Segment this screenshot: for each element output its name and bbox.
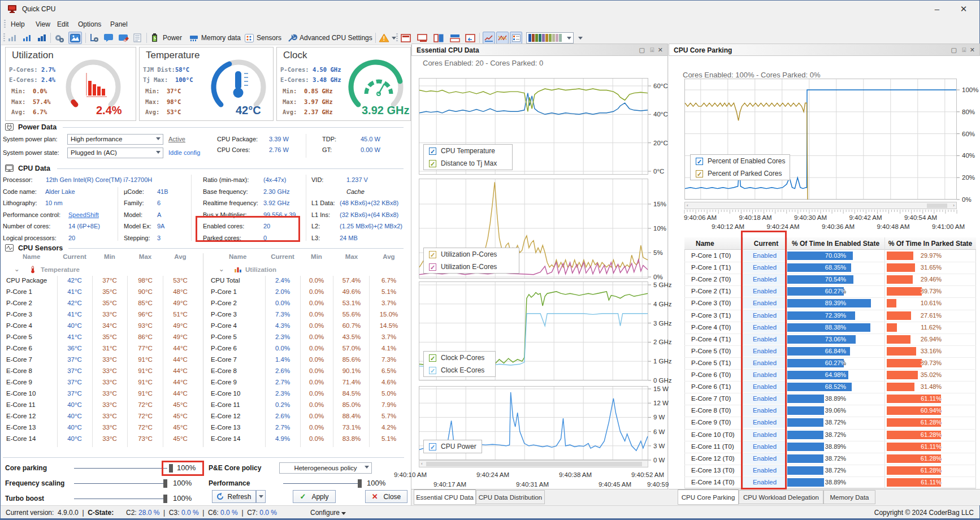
svg-text:5 GHz: 5 GHz (653, 281, 672, 288)
parking-row-name: E-Core 9 (T0) (691, 419, 731, 426)
performance-thumb[interactable] (358, 479, 362, 488)
legend-item[interactable]: ✓CPU Temperature (424, 145, 512, 157)
apply-button[interactable]: ✓Apply (293, 490, 336, 503)
legend-item[interactable]: ✓Utilization P-Cores (424, 248, 519, 261)
close-action-button[interactable]: ✕Close (365, 490, 407, 503)
legend-checkbox[interactable]: ✓ (429, 263, 436, 271)
minimize-button[interactable]: – (926, 3, 948, 15)
legend-item[interactable]: ✓Distance to Tj Max (424, 157, 512, 170)
legend-checkbox[interactable]: ✓ (429, 148, 436, 155)
legend-item[interactable]: ✓CPU Power (424, 440, 482, 453)
cstate-value: 28.0 % (138, 509, 159, 517)
memory-data-button[interactable]: Memory data (189, 32, 241, 44)
legend-item[interactable]: ✓Clock P-Cores (424, 352, 495, 364)
panel-layout-3-icon[interactable] (433, 32, 444, 44)
idle-config-link[interactable]: Iddle config (168, 149, 200, 156)
warning-icon[interactable]: ! (379, 32, 396, 44)
slider-track[interactable] (74, 483, 167, 484)
legend-checkbox[interactable]: ✓ (429, 354, 436, 362)
cpu-data-label: VID: (311, 176, 323, 183)
cpu-data-value: 9A (157, 223, 164, 229)
power-button[interactable]: Power (151, 32, 182, 44)
slider-track[interactable] (74, 468, 167, 469)
window-title: Quick CPU (22, 5, 55, 13)
legend-checkbox[interactable]: ✓ (429, 160, 436, 167)
image-view-icon[interactable] (68, 32, 82, 44)
performance-track[interactable] (283, 483, 361, 484)
legend-item[interactable]: ✓Percent of Parked Cores (691, 167, 790, 180)
sensors-col2-max: Max (335, 253, 368, 260)
refresh-button[interactable]: Refresh (212, 490, 256, 503)
sensors-group-chevron[interactable]: ⌄ (14, 265, 20, 273)
parking-enabled-bar: 64.98%64.98% (787, 371, 884, 379)
menu-edit[interactable]: Edit (54, 19, 72, 29)
settings-gears-icon[interactable] (54, 32, 65, 44)
pe-core-policy-select[interactable]: Heterogeneous policy (279, 462, 372, 474)
tab-essential-cpu-data[interactable]: Essential CPU Data (414, 489, 476, 505)
mid-time-label: 9:40:52 AM (622, 471, 673, 478)
maximize-icon[interactable]: ▢ (951, 46, 957, 54)
sensor-value: 49°C (163, 322, 197, 329)
axis-settings-icon[interactable] (89, 32, 99, 44)
line-chart-toggle-icon[interactable] (483, 32, 495, 44)
tab-cpu-core-parking[interactable]: CPU Core Parking (678, 489, 739, 505)
slider-thumb[interactable] (163, 479, 167, 488)
parking-time-label2: 9:40:36 AM (813, 223, 864, 230)
pin-icon[interactable]: ⍗ (962, 46, 966, 54)
cpu-data-label: Performance control: (3, 211, 60, 218)
svg-text:0%: 0% (962, 196, 972, 203)
legend-checkbox[interactable]: ✓ (696, 170, 703, 177)
pin-icon[interactable]: ⍗ (650, 46, 654, 54)
menu-view[interactable]: View (32, 19, 54, 29)
maximize-icon[interactable]: ▢ (639, 46, 645, 54)
panel-layout-1-icon[interactable] (401, 32, 411, 44)
panel-layout-2-icon[interactable] (417, 32, 427, 44)
slider-track[interactable] (74, 499, 167, 499)
palette-dropdown[interactable] (526, 32, 574, 44)
eraser-icon[interactable] (118, 32, 129, 44)
sensor-value: 42°C (58, 300, 92, 306)
parking-enabled-bar: 38.72%38.72% (787, 418, 884, 427)
legend-item[interactable]: ✓Percent of Enabled Cores (691, 155, 790, 167)
sensor-value: 15.0% (372, 311, 406, 318)
legend-checkbox[interactable]: ✓ (696, 158, 703, 165)
close-button[interactable]: ✕ (952, 3, 975, 15)
legend-checkbox[interactable]: ✓ (429, 251, 436, 258)
advanced-cpu-settings-button[interactable]: Advanced CPU Settings (288, 32, 372, 44)
refresh-dropdown[interactable] (256, 490, 266, 503)
menu-help[interactable]: Help (7, 19, 28, 29)
close-panel-icon[interactable]: ✕ (658, 46, 663, 54)
slider-thumb[interactable] (163, 495, 167, 503)
toolbar-overflow-arrow[interactable] (578, 32, 583, 44)
undo-panel-icon[interactable] (465, 32, 475, 44)
sensor-value: 0.0% (300, 300, 333, 306)
power-state-select[interactable]: Plugged In (AC) (67, 148, 163, 158)
multi-line-chart-toggle-icon[interactable] (496, 32, 509, 44)
tab-cpu-workload-delegation[interactable]: CPU Workload Delegation (739, 490, 823, 504)
cpu-data-value[interactable]: SpeedShift (68, 211, 99, 218)
cpu-data-value: 20 (68, 235, 75, 241)
active-link[interactable]: Active (168, 136, 185, 142)
legend-checkbox[interactable]: ✓ (429, 367, 436, 374)
tab-memory-data[interactable]: Memory Data (823, 490, 875, 504)
power-plan-select[interactable]: High performance (67, 134, 163, 145)
chart-large-icon[interactable] (37, 32, 47, 44)
close-panel-icon[interactable]: ✕ (970, 46, 975, 54)
legend-item[interactable]: ✓Clock E-Cores (424, 364, 495, 376)
sensors-group-chevron[interactable]: ⌄ (219, 265, 224, 273)
sensor-value: 33°C (93, 435, 127, 442)
legend-toggle-icon[interactable] (510, 32, 522, 44)
tab-cpu-data-distribution[interactable]: CPU Data Distribution (476, 490, 545, 504)
cpu-data-value: (1.25 MBx6)+(2 MBx2) (340, 223, 402, 229)
chart-small-icon[interactable] (7, 32, 18, 44)
sensors-button[interactable]: Sensors (245, 32, 281, 44)
legend-checkbox[interactable]: ✓ (429, 443, 436, 450)
menu-panel[interactable]: Panel (107, 19, 131, 29)
panel-layout-4-icon[interactable] (450, 32, 460, 44)
report-icon[interactable] (133, 32, 142, 44)
comment-icon[interactable] (103, 32, 114, 44)
menu-options[interactable]: Options (75, 19, 105, 29)
legend-item[interactable]: ✓Utilization E-Cores (424, 261, 519, 273)
configure-button[interactable]: Configure (310, 509, 346, 517)
chart-medium-icon[interactable] (22, 32, 32, 44)
